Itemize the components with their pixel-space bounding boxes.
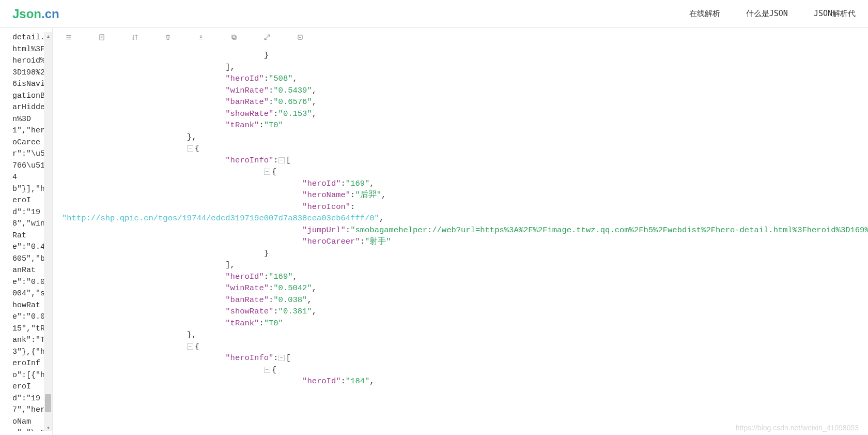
svg-rect-6: [233, 36, 236, 39]
site-logo[interactable]: Json.cn: [12, 7, 59, 21]
file-icon[interactable]: [98, 34, 105, 42]
logo-json: Json: [12, 7, 41, 21]
main: detail.html%3Fheroid%3D198%26isNavigatio…: [0, 28, 868, 435]
header: Json.cn 在线解析 什么是JSON JSON解析代: [0, 0, 868, 28]
nav-parsecode[interactable]: JSON解析代: [814, 9, 856, 19]
guide-icon[interactable]: [297, 34, 304, 42]
download-icon[interactable]: [197, 34, 205, 42]
nav-whatis[interactable]: 什么是JSON: [746, 9, 788, 19]
formatted-json-view[interactable]: } ], "heroId":"508", "winRate":"0.5439",…: [53, 48, 868, 435]
copy-icon[interactable]: [230, 34, 238, 42]
scroll-up-icon[interactable]: ▴: [44, 32, 52, 39]
scroll-thumb[interactable]: [45, 394, 51, 412]
toolbar: [53, 28, 868, 48]
watermark: https://blog.csdn.net/weixin_41098093: [736, 424, 859, 432]
logo-cn: .cn: [41, 7, 59, 21]
raw-json-textarea[interactable]: detail.html%3Fheroid%3D198%26isNavigatio…: [12, 32, 45, 431]
nav: 在线解析 什么是JSON JSON解析代: [689, 9, 856, 19]
raw-json-panel: detail.html%3Fheroid%3D198%26isNavigatio…: [0, 28, 52, 435]
svg-rect-7: [232, 35, 235, 38]
sort-icon[interactable]: [131, 34, 138, 42]
raw-scrollbar[interactable]: ▴ ▾: [44, 32, 52, 431]
trash-icon[interactable]: [164, 34, 172, 42]
compress-icon[interactable]: [264, 34, 271, 42]
formatted-panel: } ], "heroId":"508", "winRate":"0.5439",…: [52, 28, 868, 435]
scroll-down-icon[interactable]: ▾: [44, 424, 52, 431]
nav-parse[interactable]: 在线解析: [689, 9, 720, 19]
layers-icon[interactable]: [65, 34, 72, 42]
